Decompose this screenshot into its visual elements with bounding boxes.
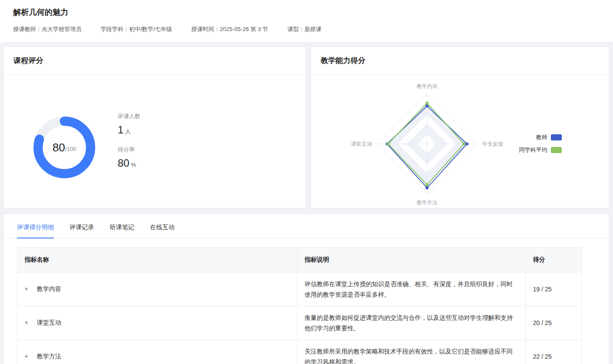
score-stat: 得分率80 % xyxy=(118,146,140,169)
legend-item[interactable]: 教师 xyxy=(519,133,562,141)
page-header: 解析几何的魅力 授课教师：光大学校管理员学段学科：初中/数学/七年级授课时间：2… xyxy=(0,0,613,42)
stat-unit: % xyxy=(130,161,136,168)
course-meta-item: 课型：新授课 xyxy=(287,25,322,33)
donut-center-text: 80/100 xyxy=(29,112,99,182)
column-header: 指标说明 xyxy=(298,248,526,273)
stat-label: 得分率 xyxy=(118,146,140,154)
stat-number: 1 xyxy=(118,124,123,136)
indicator-score: 20 / 25 xyxy=(526,306,582,340)
tabs: 评课得分明细评课记录听课笔记在线互动 xyxy=(4,214,609,238)
svg-text:课堂互动: 课堂互动 xyxy=(351,141,372,147)
meta-value: 新授课 xyxy=(305,26,322,32)
table-row: +课堂互动衡量的是教师如何促进课堂内的交流与合作，以及这些互动对学生理解和支持他… xyxy=(18,306,582,340)
score-stat: 评课人数1 人 xyxy=(118,112,140,136)
radar-chart: 教学内容学生反馈教学方法课堂互动 xyxy=(331,77,523,211)
indicator-desc: 关注教师所采用的教学策略和技术手段的有效性，以及它们是否能够适应不同的学习风格和… xyxy=(298,340,526,364)
course-score-card: 课程评分 80/100 评课人数1 人得分率80 % xyxy=(4,46,306,208)
meta-label: 授课时间： xyxy=(191,26,220,32)
stat-number: 80 xyxy=(118,157,130,169)
stat-value: 80 % xyxy=(118,157,140,169)
tab-评课得分明细[interactable]: 评课得分明细 xyxy=(17,224,54,238)
summary-cards: 课程评分 80/100 评课人数1 人得分率80 % 教学能力得分 教学内容学生… xyxy=(4,46,609,208)
score-stats: 评课人数1 人得分率80 % xyxy=(118,112,140,182)
table-body: +教学内容评估教师在课堂上传授的知识是否准确、相关、有深度，并且组织良好，同时使… xyxy=(18,273,582,364)
score-card-body: 80/100 评课人数1 人得分率80 % xyxy=(4,75,306,182)
table-head-row: 指标名称指标说明得分 xyxy=(18,248,582,273)
svg-text:教学方法: 教学方法 xyxy=(417,200,438,206)
tab-听课笔记[interactable]: 听课笔记 xyxy=(110,224,134,238)
legend-item[interactable]: 同学科平均 xyxy=(519,146,562,154)
indicator-name: 教学内容 xyxy=(37,285,61,292)
indicator-desc: 评估教师在课堂上传授的知识是否准确、相关、有深度，并且组织良好，同时使用的教学资… xyxy=(298,273,526,306)
indicator-score: 19 / 25 xyxy=(526,273,582,306)
radar-card-body: 教学内容学生反馈教学方法课堂互动 教师同学科平均 xyxy=(311,77,609,211)
expand-row-icon[interactable]: + xyxy=(25,319,32,326)
tab-在线互动[interactable]: 在线互动 xyxy=(150,224,175,238)
stat-label: 评课人数 xyxy=(118,112,140,120)
table-row: +教学方法关注教师所采用的教学策略和技术手段的有效性，以及它们是否能够适应不同的… xyxy=(18,340,582,364)
meta-label: 授课教师： xyxy=(13,26,42,32)
expand-row-icon[interactable]: + xyxy=(25,285,32,292)
course-meta-item: 授课时间：2025-05-26 第 3 节 xyxy=(191,25,268,33)
indicator-score: 22 / 25 xyxy=(526,340,582,364)
svg-text:教学内容: 教学内容 xyxy=(417,83,438,89)
indicator-name: 课堂互动 xyxy=(37,319,61,326)
meta-label: 学段学科： xyxy=(101,26,129,32)
legend-swatch xyxy=(551,147,562,153)
course-meta-item: 学段学科：初中/数学/七年级 xyxy=(101,25,172,33)
tab-评课记录[interactable]: 评课记录 xyxy=(70,224,94,238)
legend-swatch xyxy=(551,134,562,140)
indicator-table: 指标名称指标说明得分 +教学内容评估教师在课堂上传授的知识是否准确、相关、有深度… xyxy=(17,247,582,364)
indicator-name-cell: +教学内容 xyxy=(18,273,298,306)
indicator-name-cell: +教学方法 xyxy=(18,340,298,364)
donut-max: /100 xyxy=(65,146,76,152)
meta-label: 课型： xyxy=(287,26,305,32)
legend-label: 同学科平均 xyxy=(519,146,547,154)
donut-value: 80 xyxy=(53,141,65,154)
meta-value: 光大学校管理员 xyxy=(42,26,81,32)
meta-value: 2025-05-26 第 3 节 xyxy=(220,26,268,32)
table-row: +教学内容评估教师在课堂上传授的知识是否准确、相关、有深度，并且组织良好，同时使… xyxy=(18,273,582,306)
radar-card-title: 教学能力得分 xyxy=(311,47,609,75)
course-meta: 授课教师：光大学校管理员学段学科：初中/数学/七年级授课时间：2025-05-2… xyxy=(13,25,600,33)
legend-label: 教师 xyxy=(536,133,547,141)
course-meta-item: 授课教师：光大学校管理员 xyxy=(13,25,81,33)
radar-legend: 教师同学科平均 xyxy=(519,133,562,159)
indicator-desc: 衡量的是教师如何促进课堂内的交流与合作，以及这些互动对学生理解和支持他们学习的重… xyxy=(298,306,526,340)
indicator-name-cell: +课堂互动 xyxy=(18,306,298,340)
teaching-ability-card: 教学能力得分 教学内容学生反馈教学方法课堂互动 教师同学科平均 xyxy=(311,46,609,208)
meta-value: 初中/数学/七年级 xyxy=(129,26,172,32)
page-title: 解析几何的魅力 xyxy=(13,7,600,18)
indicator-name: 教学方法 xyxy=(37,353,61,360)
stat-unit: 人 xyxy=(123,128,131,135)
column-header: 得分 xyxy=(526,248,582,273)
detail-card: 评课得分明细评课记录听课笔记在线互动 指标名称指标说明得分 +教学内容评估教师在… xyxy=(4,214,609,364)
expand-row-icon[interactable]: + xyxy=(25,353,32,360)
score-card-title: 课程评分 xyxy=(4,47,306,75)
stat-value: 1 人 xyxy=(118,124,140,136)
svg-text:学生反馈: 学生反馈 xyxy=(482,141,503,147)
column-header: 指标名称 xyxy=(18,248,298,273)
score-donut-chart: 80/100 xyxy=(29,112,99,182)
